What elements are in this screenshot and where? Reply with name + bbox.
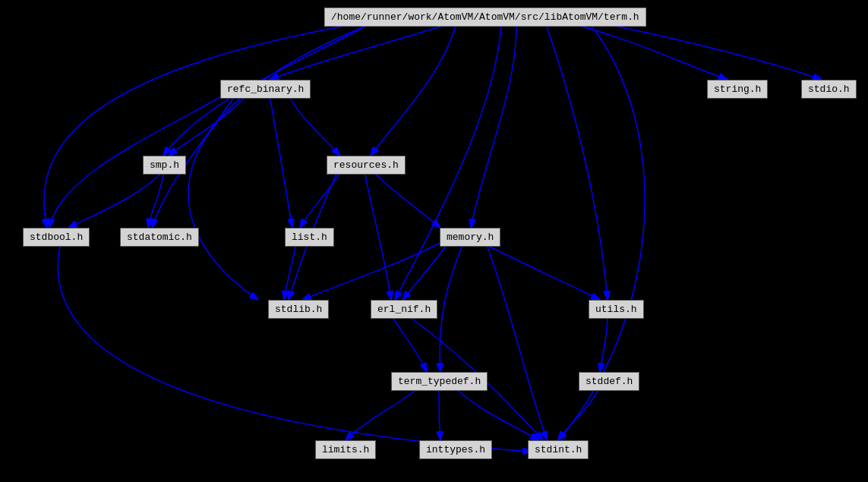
utils-h-node: utils.h	[589, 300, 644, 319]
stdatomic-h-node: stdatomic.h	[120, 228, 199, 247]
term-h-node: /home/runner/work/AtomVM/AtomVM/src/libA…	[324, 8, 646, 27]
stdint-h-node: stdint.h	[528, 440, 589, 459]
stdlib-h-node: stdlib.h	[268, 300, 329, 319]
list-h-node: list.h	[285, 228, 334, 247]
stdbool-h-node: stdbool.h	[23, 228, 90, 247]
smp-h-node: smp.h	[143, 156, 186, 175]
resources-h-node: resources.h	[327, 156, 406, 175]
refc-binary-h-node: refc_binary.h	[220, 80, 311, 99]
erl-nif-h-node: erl_nif.h	[371, 300, 437, 319]
limits-h-node: limits.h	[315, 440, 376, 459]
memory-h-node: memory.h	[440, 228, 500, 247]
stddef-h-node: stddef.h	[579, 372, 639, 391]
stdio-h-node: stdio.h	[801, 80, 857, 99]
term-typedef-h-node: term_typedef.h	[391, 372, 488, 391]
string-h-node: string.h	[707, 80, 768, 99]
inttypes-h-node: inttypes.h	[419, 440, 492, 459]
